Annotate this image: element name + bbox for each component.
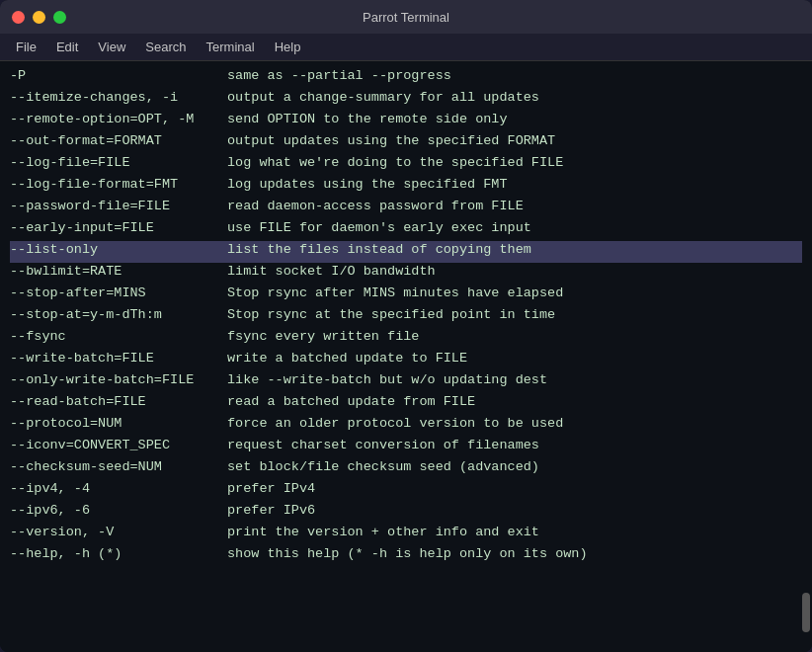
desc-column: show this help (* -h is help only on its…	[227, 545, 802, 567]
menu-item-view[interactable]: View	[90, 38, 133, 56]
terminal-row: --remote-option=OPT, -Msend OPTION to th…	[10, 111, 802, 132]
terminal-row: --log-file-format=FMTlog updates using t…	[10, 176, 802, 198]
flag-column: --log-file-format=FMT	[10, 176, 227, 198]
flag-column: --iconv=CONVERT_SPEC	[10, 437, 227, 458]
terminal-row: --only-write-batch=FILElike --write-batc…	[10, 371, 802, 393]
flag-column: --password-file=FILE	[10, 198, 227, 219]
desc-column: set block/file checksum seed (advanced)	[227, 458, 802, 480]
terminal-row: --stop-at=y-m-dTh:mStop rsync at the spe…	[10, 306, 802, 328]
titlebar: Parrot Terminal	[0, 0, 812, 34]
terminal-row: --checksum-seed=NUMset block/file checks…	[10, 458, 802, 480]
desc-column: read daemon-access password from FILE	[227, 198, 802, 219]
terminal-window: Parrot Terminal FileEditViewSearchTermin…	[0, 0, 812, 652]
flag-column: --bwlimit=RATE	[10, 263, 227, 285]
desc-column: list the files instead of copying them	[227, 241, 802, 263]
close-button[interactable]	[12, 11, 25, 24]
scrollbar[interactable]	[802, 593, 810, 632]
flag-column: --help, -h (*)	[10, 545, 227, 567]
terminal-row: --itemize-changes, -ioutput a change-sum…	[10, 89, 802, 111]
menu-item-help[interactable]: Help	[267, 38, 309, 56]
terminal-row: --fsyncfsync every written file	[10, 328, 802, 350]
desc-column: same as --partial --progress	[227, 67, 802, 89]
menu-item-terminal[interactable]: Terminal	[199, 38, 263, 56]
menu-item-edit[interactable]: Edit	[48, 38, 86, 56]
desc-column: send OPTION to the remote side only	[227, 111, 802, 132]
flag-column: --out-format=FORMAT	[10, 132, 227, 154]
desc-column: print the version + other info and exit	[227, 524, 802, 545]
terminal-row: --stop-after=MINSStop rsync after MINS m…	[10, 285, 802, 306]
flag-column: --log-file=FILE	[10, 154, 227, 176]
desc-column: read a batched update from FILE	[227, 393, 802, 415]
flag-column: --early-input=FILE	[10, 219, 227, 241]
flag-column: --stop-after=MINS	[10, 285, 227, 306]
flag-column: --itemize-changes, -i	[10, 89, 227, 111]
terminal-row: --bwlimit=RATElimit socket I/O bandwidth	[10, 263, 802, 285]
terminal-row: --password-file=FILEread daemon-access p…	[10, 198, 802, 219]
terminal-row: --ipv4, -4prefer IPv4	[10, 480, 802, 502]
flag-column: --fsync	[10, 328, 227, 350]
terminal-row: --early-input=FILEuse FILE for daemon's …	[10, 219, 802, 241]
flag-column: -P	[10, 67, 227, 89]
flag-column: --version, -V	[10, 524, 227, 545]
terminal-row: --version, -Vprint the version + other i…	[10, 524, 802, 545]
terminal-row: --read-batch=FILEread a batched update f…	[10, 393, 802, 415]
flag-column: --write-batch=FILE	[10, 350, 227, 371]
flag-column: --ipv6, -6	[10, 502, 227, 524]
flag-column: --remote-option=OPT, -M	[10, 111, 227, 132]
minimize-button[interactable]	[33, 11, 45, 24]
terminal-row: --help, -h (*)show this help (* -h is he…	[10, 545, 802, 567]
terminal-row: --write-batch=FILEwrite a batched update…	[10, 350, 802, 371]
terminal-row: -Psame as --partial --progress	[10, 67, 802, 89]
flag-column: --list-only	[10, 241, 227, 263]
desc-column: write a batched update to FILE	[227, 350, 802, 371]
desc-column: prefer IPv4	[227, 480, 802, 502]
terminal-row: --out-format=FORMAToutput updates using …	[10, 132, 802, 154]
desc-column: output updates using the specified FORMA…	[227, 132, 802, 154]
terminal-row: --iconv=CONVERT_SPECrequest charset conv…	[10, 437, 802, 458]
traffic-lights	[12, 11, 66, 24]
desc-column: output a change-summary for all updates	[227, 89, 802, 111]
desc-column: like --write-batch but w/o updating dest	[227, 371, 802, 393]
desc-column: force an older protocol version to be us…	[227, 415, 802, 437]
terminal-row: --list-onlylist the files instead of cop…	[10, 241, 802, 263]
maximize-button[interactable]	[53, 11, 66, 24]
desc-column: Stop rsync at the specified point in tim…	[227, 306, 802, 328]
flag-column: --stop-at=y-m-dTh:m	[10, 306, 227, 328]
menubar: FileEditViewSearchTerminalHelp	[0, 34, 812, 61]
terminal-content[interactable]: -Psame as --partial --progress--itemize-…	[0, 61, 812, 652]
menu-item-file[interactable]: File	[8, 38, 44, 56]
rows-container: -Psame as --partial --progress--itemize-…	[10, 67, 802, 567]
flag-column: --checksum-seed=NUM	[10, 458, 227, 480]
desc-column: use FILE for daemon's early exec input	[227, 219, 802, 241]
desc-column: prefer IPv6	[227, 502, 802, 524]
flag-column: --read-batch=FILE	[10, 393, 227, 415]
desc-column: log updates using the specified FMT	[227, 176, 802, 198]
menu-item-search[interactable]: Search	[137, 38, 194, 56]
terminal-row: --protocol=NUMforce an older protocol ve…	[10, 415, 802, 437]
desc-column: log what we're doing to the specified FI…	[227, 154, 802, 176]
terminal-row: --log-file=FILElog what we're doing to t…	[10, 154, 802, 176]
flag-column: --protocol=NUM	[10, 415, 227, 437]
desc-column: limit socket I/O bandwidth	[227, 263, 802, 285]
flag-column: --ipv4, -4	[10, 480, 227, 502]
flag-column: --only-write-batch=FILE	[10, 371, 227, 393]
window-title: Parrot Terminal	[363, 10, 449, 25]
desc-column: request charset conversion of filenames	[227, 437, 802, 458]
desc-column: Stop rsync after MINS minutes have elaps…	[227, 285, 802, 306]
terminal-row: --ipv6, -6prefer IPv6	[10, 502, 802, 524]
desc-column: fsync every written file	[227, 328, 802, 350]
